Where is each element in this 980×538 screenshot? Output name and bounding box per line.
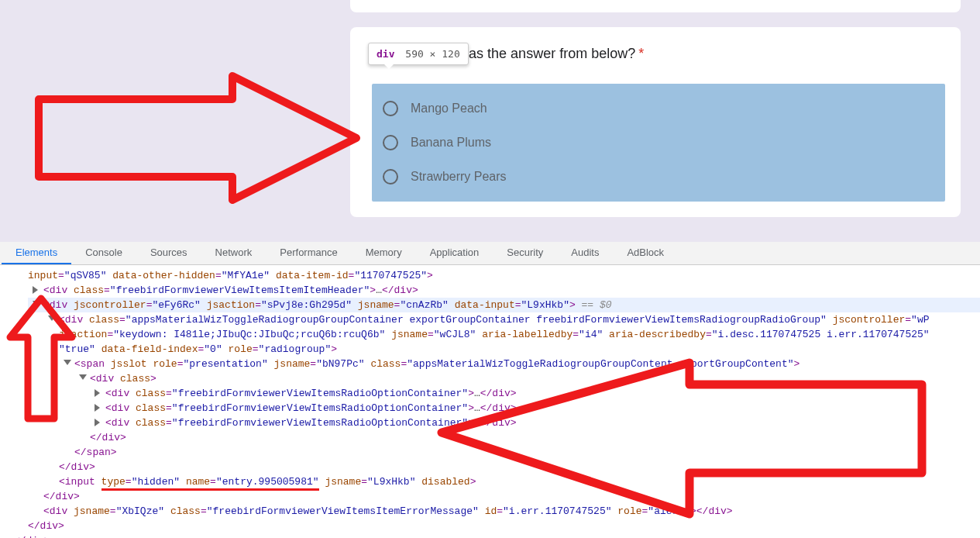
tab-console[interactable]: Console (71, 242, 136, 264)
tab-memory[interactable]: Memory (352, 242, 416, 264)
disclosure-triangle-down-icon[interactable] (64, 360, 71, 365)
devtools-tabs: Elements Console Sources Network Perform… (0, 242, 980, 265)
disclosure-triangle-right-icon[interactable] (95, 419, 100, 426)
dom-line[interactable]: <span jsslot role="presentation" jsname=… (28, 357, 980, 371)
dom-line[interactable]: </div> (28, 519, 980, 533)
dom-line[interactable]: <div class="freebirdFormviewerViewItemsI… (28, 283, 980, 298)
disclosure-triangle-right-icon[interactable] (95, 389, 100, 397)
radio-option-2[interactable]: Banana Plums (372, 126, 945, 160)
dom-line[interactable]: jsaction="keydown: I481le;JIbuQc:JIbuQc;… (28, 327, 980, 342)
tab-elements[interactable]: Elements (2, 242, 71, 264)
devtools-panel: Elements Console Sources Network Perform… (0, 242, 980, 538)
dom-line[interactable]: input="qSV85" data-other-hidden="MfYA1e"… (28, 268, 980, 283)
dom-line-hidden-input[interactable]: <input type="hidden" name="entry.9950059… (28, 474, 980, 489)
dom-line[interactable]: <div class="appsMaterialWizToggleRadiogr… (28, 312, 980, 327)
radio-option-1[interactable]: Mango Peach (372, 91, 945, 126)
dom-line[interactable]: "true" data-field-index="0" role="radiog… (28, 342, 980, 357)
dom-line[interactable]: <div class> (28, 371, 980, 386)
tab-performance[interactable]: Performance (266, 242, 351, 264)
tab-sources[interactable]: Sources (136, 242, 201, 264)
radio-option-3[interactable]: Strawberry Pears (372, 160, 945, 194)
dom-line[interactable]: </div> (28, 430, 980, 445)
option-label: Mango Peach (411, 102, 487, 116)
radio-icon[interactable] (383, 169, 398, 185)
dom-tree[interactable]: input="qSV85" data-other-hidden="MfYA1e"… (0, 265, 980, 538)
radio-icon[interactable] (383, 101, 398, 116)
tab-security[interactable]: Security (493, 242, 557, 264)
dom-line[interactable]: </div> (28, 460, 980, 474)
option-label: Banana Plums (411, 136, 491, 150)
required-asterisk: * (638, 46, 644, 62)
dom-line[interactable]: <div class="freebirdFormviewerViewItemsR… (28, 401, 980, 416)
tab-network[interactable]: Network (201, 242, 266, 264)
disclosure-triangle-right-icon[interactable] (33, 286, 38, 294)
tab-adblock[interactable]: AdBlock (613, 242, 678, 264)
tab-application[interactable]: Application (416, 242, 493, 264)
prev-card-peek (350, 0, 961, 12)
tooltip-dimensions: 590 × 120 (405, 48, 459, 60)
disclosure-triangle-down-icon[interactable] (33, 301, 40, 306)
tab-audits[interactable]: Audits (557, 242, 613, 264)
dom-line[interactable]: <div class="freebirdFormviewerViewItemsR… (28, 386, 980, 401)
disclosure-triangle-down-icon[interactable] (48, 316, 56, 321)
tooltip-tag: div (377, 48, 394, 60)
dom-line[interactable]: <div class="freebirdFormviewerViewItemsR… (28, 416, 980, 430)
inspector-tooltip: div 590 × 120 (368, 43, 469, 65)
dom-line[interactable]: </span> (28, 445, 980, 460)
dom-line[interactable]: </div> (14, 533, 980, 538)
disclosure-triangle-right-icon[interactable] (95, 404, 100, 412)
radio-icon[interactable] (383, 135, 398, 150)
dom-line[interactable]: </div> (28, 489, 980, 504)
dom-line[interactable]: <div jsname="XbIQze" class="freebirdForm… (28, 504, 980, 519)
inspector-highlight-area: Mango Peach Banana Plums Strawberry Pear… (372, 84, 945, 202)
disclosure-triangle-down-icon[interactable] (79, 374, 87, 380)
dom-line-selected[interactable]: <div jscontroller="eFy6Rc" jsaction="sPv… (28, 298, 980, 312)
page-background: ould you prefer as the answer from below… (0, 0, 980, 242)
option-label: Strawberry Pears (411, 170, 507, 184)
